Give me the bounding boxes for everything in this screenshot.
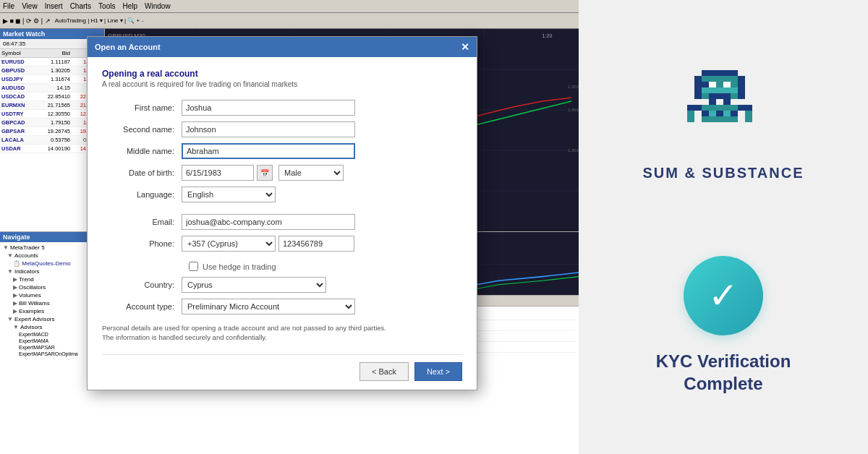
right-panel: SUM & SUBSTANCE ✓ KYC Verification Compl… — [579, 0, 868, 454]
svg-rect-51 — [709, 70, 716, 76]
svg-rect-77 — [702, 93, 709, 99]
hedge-checkbox[interactable] — [189, 262, 198, 271]
svg-rect-86 — [694, 105, 702, 111]
svg-rect-78 — [709, 93, 716, 99]
hedge-row: Use hedge in trading — [102, 262, 462, 271]
country-label: Country: — [102, 280, 182, 289]
svg-rect-54 — [731, 70, 738, 76]
dialog-buttons: < Back Next > — [102, 354, 462, 381]
svg-rect-105 — [723, 116, 731, 122]
kyc-check-circle: ✓ — [684, 256, 763, 335]
phone-country-select[interactable]: +357 (Cyprus) +1 (USA) +44 (UK) — [182, 236, 276, 252]
kyc-title-line1: KYC Verification — [656, 351, 791, 371]
sns-logo-area: SUM & SUBSTANCE — [643, 59, 804, 181]
next-button[interactable]: Next > — [414, 362, 462, 381]
language-select[interactable]: English Russian Spanish — [182, 187, 276, 202]
svg-rect-64 — [709, 82, 716, 87]
svg-rect-58 — [716, 76, 723, 82]
mt5-toolbar: ▶ ■ ◼ | ⟳ ⚙ | ↗ AutoTrading | H1 ▾ | Lin… — [0, 13, 579, 29]
firstname-label: First name: — [102, 103, 182, 112]
sns-robot-icon — [676, 59, 770, 153]
mw-symbol: GBPUSD — [1, 67, 34, 74]
svg-rect-84 — [723, 99, 731, 105]
menu-charts[interactable]: Charts — [70, 2, 91, 10]
svg-rect-87 — [702, 105, 709, 111]
mt5-interface: File View Insert Charts Tools Help Windo… — [0, 0, 579, 360]
dob-calendar-button[interactable]: 📅 — [257, 165, 273, 181]
form-row-dob: Date of birth: 📅 Male Female — [102, 165, 462, 181]
email-label: Email: — [102, 218, 182, 226]
gender-select[interactable]: Male Female — [278, 165, 344, 181]
secondname-input[interactable] — [182, 121, 355, 137]
firstname-input[interactable] — [182, 100, 355, 116]
dob-label: Date of birth: — [102, 168, 182, 177]
form-row-country: Country: Cyprus USA UK — [102, 277, 462, 293]
svg-rect-103 — [709, 116, 716, 122]
svg-text:1.3018: 1.3018 — [568, 108, 579, 112]
svg-rect-79 — [716, 93, 723, 99]
mw-bid: 1.79150 — [34, 119, 70, 126]
back-button[interactable]: < Back — [359, 362, 409, 381]
svg-rect-107 — [745, 116, 752, 122]
form-row-language: Language: English Russian Spanish — [102, 187, 462, 202]
svg-rect-71 — [709, 87, 716, 93]
phone-number-input[interactable] — [278, 236, 354, 252]
mw-symbol: USDAR — [1, 145, 34, 152]
svg-rect-101 — [687, 116, 694, 122]
secondname-label: Second name: — [102, 125, 182, 134]
svg-rect-73 — [723, 87, 731, 93]
svg-rect-83 — [709, 99, 716, 105]
mw-symbol: LACALA — [1, 137, 34, 143]
middlename-label: Middle name: — [102, 147, 182, 155]
svg-rect-74 — [731, 87, 738, 93]
svg-rect-50 — [702, 70, 709, 76]
form-row-account-type: Account type: Preliminary Micro Account … — [102, 299, 462, 314]
svg-rect-57 — [709, 76, 716, 82]
account-type-label: Account type: — [102, 302, 182, 311]
svg-text:1.3013: 1.3013 — [568, 148, 579, 153]
svg-rect-80 — [723, 93, 731, 99]
form-row-secondname: Second name: — [102, 121, 462, 137]
middlename-input[interactable] — [182, 143, 355, 159]
mw-bid: 0.53756 — [34, 137, 70, 143]
mt5-menubar: File View Insert Charts Tools Help Windo… — [0, 0, 579, 13]
svg-rect-102 — [702, 116, 709, 122]
mw-bid: 14.00190 — [34, 145, 70, 152]
email-input[interactable] — [182, 214, 355, 230]
account-type-select[interactable]: Preliminary Micro Account Standard Accou… — [182, 299, 355, 314]
menu-tools[interactable]: Tools — [98, 2, 115, 10]
mw-bid: 14.15 — [34, 85, 70, 91]
mw-bid: 21.71565 — [34, 102, 70, 108]
svg-rect-56 — [702, 76, 709, 82]
svg-rect-62 — [694, 82, 702, 87]
svg-rect-90 — [723, 105, 731, 111]
svg-rect-91 — [731, 105, 738, 111]
menu-view[interactable]: View — [22, 2, 38, 10]
open-account-dialog: Open an Account ✕ Opening a real account… — [87, 36, 477, 390]
mw-bid: 1.30205 — [34, 67, 70, 74]
svg-rect-82 — [738, 93, 745, 99]
mw-bid: 19.26745 — [34, 128, 70, 134]
language-label: Language: — [102, 190, 182, 199]
svg-rect-69 — [694, 87, 702, 93]
form-row-email: Email: — [102, 214, 462, 230]
svg-rect-104 — [716, 116, 723, 122]
svg-rect-93 — [745, 105, 752, 111]
form-row-firstname: First name: — [102, 100, 462, 116]
menu-window[interactable]: Window — [145, 2, 171, 10]
mw-bid: 22.85410 — [34, 93, 70, 100]
country-select[interactable]: Cyprus USA UK — [182, 277, 326, 293]
svg-rect-68 — [738, 82, 745, 87]
svg-rect-65 — [716, 82, 723, 87]
svg-rect-75 — [738, 87, 745, 93]
dialog-close-button[interactable]: ✕ — [461, 41, 469, 53]
menu-file[interactable]: File — [3, 2, 14, 10]
dialog-titlebar: Open an Account ✕ — [88, 37, 477, 57]
mw-symbol: USDTRY — [1, 111, 34, 117]
svg-rect-53 — [723, 70, 731, 76]
mw-symbol: GBPCAD — [1, 119, 34, 126]
menu-insert[interactable]: Insert — [45, 2, 63, 10]
svg-rect-81 — [731, 93, 738, 99]
menu-help[interactable]: Help — [122, 2, 137, 10]
dob-input[interactable] — [182, 165, 254, 181]
